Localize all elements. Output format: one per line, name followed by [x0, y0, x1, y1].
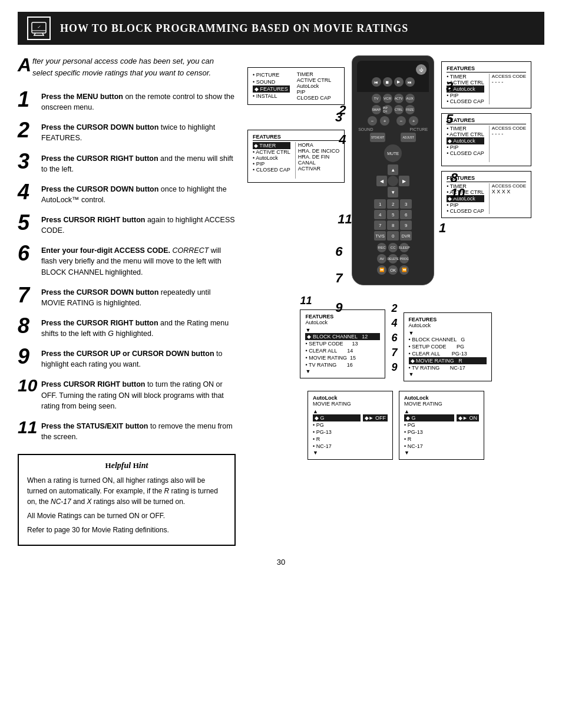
- step-6-number: 6: [18, 243, 41, 264]
- header-title: How to Block Programming Based on Movie …: [60, 22, 408, 35]
- step-10-text: Press CURSOR RIGHT button to turn the ra…: [41, 377, 236, 411]
- ffwd-btn[interactable]: ⏭: [405, 77, 415, 87]
- step-11-text: Press the STATUS/EXIT button to remove t…: [41, 419, 236, 442]
- dpad-center[interactable]: [388, 176, 398, 186]
- num-6[interactable]: 6: [400, 210, 412, 219]
- play-btn[interactable]: ▶: [394, 77, 404, 87]
- num-4[interactable]: 4: [374, 210, 386, 219]
- num-8[interactable]: 8: [387, 220, 399, 230]
- aux-btn[interactable]: AUX: [405, 94, 415, 103]
- features-code-panel: FEATURES • TIMER • ACTIVE CTRL ◆ AutoLoc…: [441, 113, 531, 166]
- step-6: 6 Enter your four-digit ACCESS CODE. COR…: [18, 243, 236, 277]
- remote-body: ⏻ ⏮ ⏹ ▶ ⏭ TV: [352, 55, 434, 285]
- step-label-11: 11: [300, 295, 385, 307]
- dpad-right[interactable]: ▶: [399, 176, 409, 186]
- picture-label: PICTURE: [409, 127, 428, 131]
- std-exit-row: STD/EXIT ADJUST: [357, 133, 429, 142]
- vol-down-btn[interactable]: −: [368, 116, 377, 126]
- features-timer-panel: FEATURES ◆ TIMER • ACTIVE CTRL • AutoLoc…: [247, 130, 345, 183]
- rec-btn[interactable]: REC: [377, 243, 386, 252]
- back-btn[interactable]: ⏪: [399, 265, 409, 275]
- step-labels-246: 2 4 6 7 9: [391, 295, 397, 381]
- active-ctrl-btn[interactable]: CTRL: [394, 105, 404, 114]
- sn-8-10: 810: [451, 170, 465, 201]
- num-3[interactable]: 3: [400, 199, 412, 209]
- svg-text:✓: ✓: [37, 25, 41, 29]
- drop-cap: A: [18, 55, 31, 74]
- bottom-row-2: AV DELETE PROG: [357, 254, 429, 263]
- sn-5: 5: [446, 111, 453, 127]
- dpad-left[interactable]: ◀: [376, 176, 387, 186]
- dpad-down[interactable]: ▼: [388, 187, 398, 197]
- step-10: 10 Press CURSOR RIGHT button to turn the…: [18, 377, 236, 411]
- sn-6: 6: [335, 244, 342, 259]
- bottom-row-3: ⏩ OK ⏪: [357, 265, 429, 275]
- sl-2: 2: [391, 302, 397, 315]
- sl-4: 4: [391, 317, 397, 330]
- cc-btn[interactable]: CC: [388, 243, 398, 252]
- hint-text-3: Refer to page 30 for Movie Rating defini…: [27, 525, 226, 535]
- step-3: 3 Press the CURSOR RIGHT button and the …: [18, 151, 236, 174]
- autolock-movie-panel: FEATURES AutoLock ▼ • BLOCK CHANNEL G • …: [404, 312, 492, 381]
- sn-11: 11: [338, 212, 352, 227]
- prog-list-btn[interactable]: PROG: [399, 254, 409, 263]
- sn-9: 9: [335, 300, 342, 315]
- playback-controls: ⏮ ⏹ ▶ ⏭: [359, 77, 427, 87]
- num-7[interactable]: 7: [374, 220, 386, 230]
- step-9: 9 Press the CURSOR UP or CURSOR DOWN but…: [18, 346, 236, 370]
- delete-btn[interactable]: DELETE: [388, 254, 398, 263]
- adjust-btn[interactable]: ADJUST: [401, 133, 416, 142]
- num-2[interactable]: 2: [387, 199, 399, 209]
- tv-btn[interactable]: TV: [372, 94, 381, 103]
- tv-vcr-row: TV VCR ACTV AUX: [357, 94, 429, 103]
- step-3-number: 3: [18, 151, 41, 172]
- autolock-panels-row: 11 FEATURES AutoLock ▼ ◆ BLOCK CHANNEL 1…: [300, 295, 491, 381]
- movie-rating-off-panel: AutoLock MOVIE RATING ▲ ◆ G ◆► OFF • PG …: [308, 391, 393, 460]
- num-9[interactable]: 9: [400, 220, 412, 230]
- power-btn[interactable]: ⏻: [416, 64, 427, 75]
- stop-btn[interactable]: ⏹: [383, 77, 392, 87]
- ch-down-btn[interactable]: −: [396, 116, 406, 126]
- page-header: ✓ How to Block Programming Based on Movi…: [18, 12, 544, 45]
- step-4: 4 Press the CURSOR DOWN button once to h…: [18, 182, 236, 205]
- sl-6: 6: [391, 332, 397, 344]
- num-0[interactable]: 0: [387, 231, 399, 241]
- step-5-text: Press CURSOR RIGHT button again to highl…: [41, 212, 236, 236]
- mute-btn[interactable]: MUTE: [384, 144, 402, 162]
- freeze-btn[interactable]: FRZE: [405, 105, 415, 114]
- rewind-btn[interactable]: ⏮: [372, 77, 381, 87]
- sn-2: 2: [339, 103, 346, 118]
- step-5: 5 Press CURSOR RIGHT button again to hig…: [18, 212, 236, 236]
- step-8-number: 8: [18, 315, 41, 337]
- av-btn[interactable]: AV: [377, 254, 386, 263]
- swap-btn[interactable]: SWAP: [372, 105, 381, 114]
- num-5[interactable]: 5: [387, 210, 399, 219]
- intro-paragraph: A fter your personal access code has bee…: [18, 55, 236, 78]
- sn-4: 4: [339, 132, 346, 147]
- step-8: 8 Press the CURSOR RIGHT button and the …: [18, 315, 236, 339]
- step-7: 7 Press the CURSOR DOWN button repeatedl…: [18, 285, 236, 308]
- pip-ch-btn[interactable]: PIP CH: [383, 105, 392, 114]
- vol-up-btn[interactable]: +: [380, 116, 389, 126]
- forward-btn[interactable]: ⏩: [377, 265, 386, 275]
- intro-text: fter your personal access code has been …: [32, 57, 214, 77]
- vcr-btn[interactable]: VCR: [383, 94, 392, 103]
- ok-btn[interactable]: OK: [388, 265, 398, 275]
- sl-9: 9: [391, 361, 397, 374]
- dpad-up[interactable]: ▲: [388, 164, 398, 175]
- tv-sub-btn[interactable]: TV/S: [374, 231, 386, 241]
- dvr-btn[interactable]: DVR: [400, 231, 412, 241]
- remote-control: 3 5 810 1 11 2 4 6 7 9: [352, 55, 434, 285]
- page-number: 30: [18, 558, 544, 566]
- num-1[interactable]: 1: [374, 199, 386, 209]
- step-7-text: Press the CURSOR DOWN button repeatedly …: [41, 285, 236, 308]
- step-1-number: 1: [18, 89, 41, 110]
- actv-btn[interactable]: ACTV: [394, 94, 404, 103]
- sleep-btn[interactable]: SLEEP: [399, 243, 409, 252]
- features-main-panel: • PICTURE • SOUND ◆ FEATURES • INSTALL T…: [247, 67, 345, 105]
- ch-up-btn[interactable]: +: [409, 116, 418, 126]
- diagram-area: • PICTURE • SOUND ◆ FEATURES • INSTALL T…: [247, 55, 544, 460]
- sn-7: 7: [335, 271, 342, 286]
- sound-label: SOUND: [358, 127, 373, 131]
- std-exit-btn[interactable]: STD/EXIT: [370, 133, 385, 142]
